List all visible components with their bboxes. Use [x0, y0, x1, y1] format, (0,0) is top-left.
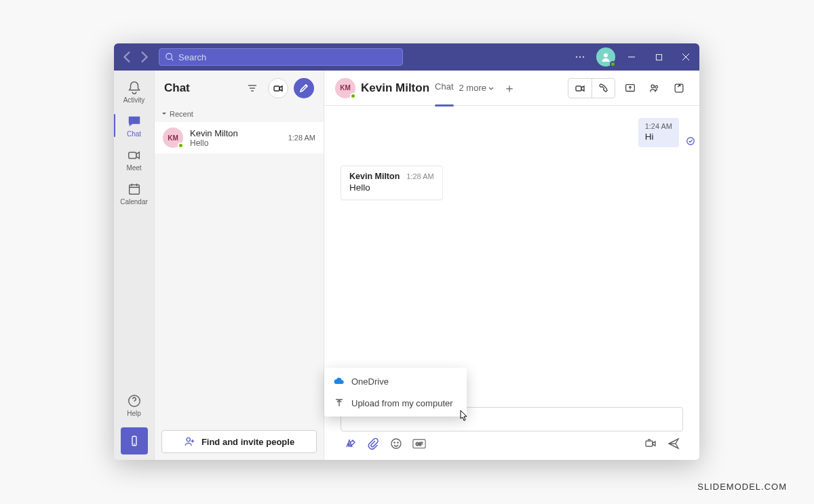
chat-item-preview: Hello: [190, 138, 282, 148]
search-input[interactable]: Search: [159, 48, 403, 66]
svg-point-1: [576, 56, 577, 58]
avatar-initials: KM: [340, 84, 351, 92]
rail-label: Help: [127, 410, 141, 417]
svg-point-11: [187, 438, 190, 441]
window-close-button[interactable]: [672, 43, 699, 71]
attach-button[interactable]: [366, 437, 380, 450]
pop-out-button[interactable]: [670, 79, 689, 98]
stream-button[interactable]: [644, 437, 657, 450]
rail-help[interactable]: Help: [114, 388, 155, 422]
invite-button-label: Find and invite people: [201, 437, 294, 447]
chat-list-item[interactable]: KM Kevin Milton Hello 1:28 AM: [155, 122, 324, 153]
attach-upload-item[interactable]: Upload from my computer: [324, 392, 467, 414]
avatar: KM: [163, 128, 183, 148]
message-incoming[interactable]: Kevin Milton 1:28 AM Hello: [341, 166, 443, 200]
svg-point-18: [391, 439, 401, 448]
format-button[interactable]: [343, 437, 357, 450]
chat-item-name: Kevin Milton: [190, 128, 282, 138]
title-bar: Search: [114, 43, 699, 71]
recent-header-label: Recent: [170, 110, 193, 118]
conversation-pane: KM Kevin Milton Chat 2 more ＋: [324, 71, 699, 460]
window-minimize-button[interactable]: [618, 43, 645, 71]
message-text: Hello: [349, 182, 434, 193]
rail-label: Calendar: [120, 198, 148, 206]
more-options-button[interactable]: [566, 43, 594, 71]
new-chat-button[interactable]: [294, 78, 314, 98]
svg-point-14: [651, 85, 655, 88]
gif-button[interactable]: GIF: [412, 437, 426, 450]
rail-chat[interactable]: Chat: [114, 109, 155, 142]
message-outgoing[interactable]: 1:24 AM Hi: [638, 118, 679, 147]
attach-onedrive-item[interactable]: OneDrive: [324, 370, 467, 392]
attach-menu: OneDrive Upload from my computer: [324, 368, 467, 416]
svg-point-20: [398, 442, 398, 443]
add-tab-button[interactable]: ＋: [500, 79, 519, 98]
send-button[interactable]: [667, 437, 680, 450]
svg-rect-23: [646, 441, 653, 446]
nav-back-button[interactable]: [119, 49, 136, 65]
user-avatar[interactable]: [596, 47, 615, 66]
avatar: KM: [335, 78, 355, 98]
svg-point-19: [394, 442, 395, 443]
rail-meet[interactable]: Meet: [114, 142, 155, 176]
watermark: SLIDEMODEL.COM: [697, 482, 787, 492]
video-call-button[interactable]: [568, 79, 592, 98]
tab-chat[interactable]: Chat: [435, 81, 453, 94]
svg-rect-7: [129, 185, 139, 194]
rail-activity[interactable]: Activity: [114, 75, 155, 109]
composer-toolbar: GIF: [341, 431, 683, 450]
call-controls: [568, 78, 615, 98]
svg-rect-10: [274, 86, 279, 91]
avatar-initials: KM: [168, 134, 178, 142]
search-placeholder: Search: [178, 52, 206, 62]
more-tabs-button[interactable]: 2 more: [459, 83, 495, 93]
messages-area: 1:24 AM Hi Kevin Milton 1:28 AM Hello: [324, 106, 699, 407]
svg-point-2: [579, 56, 581, 58]
conversation-title: Kevin Milton: [361, 81, 429, 95]
chat-list-title: Chat: [164, 81, 237, 95]
app-rail: Activity Chat Meet Calendar Help: [114, 71, 155, 460]
recent-header[interactable]: Recent: [155, 106, 324, 122]
more-tabs-label: 2 more: [459, 83, 486, 93]
app-window: Search Activity Chat: [114, 43, 699, 460]
rail-label: Chat: [127, 130, 141, 138]
rail-calendar[interactable]: Calendar: [114, 176, 155, 210]
svg-point-3: [583, 56, 584, 58]
upload-icon: [334, 398, 345, 408]
svg-point-0: [166, 54, 172, 60]
read-receipt-icon: [686, 136, 695, 149]
cloud-icon: [334, 376, 345, 387]
emoji-button[interactable]: [389, 437, 403, 450]
rail-label: Meet: [126, 164, 141, 172]
rail-download-app[interactable]: [121, 427, 148, 454]
presence-available-icon: [610, 61, 616, 67]
message-time: 1:24 AM: [645, 122, 672, 130]
attach-item-label: OneDrive: [351, 376, 389, 387]
presence-available-icon: [350, 93, 356, 99]
message-text: Hi: [645, 132, 672, 142]
add-people-button[interactable]: [645, 79, 664, 98]
window-maximize-button[interactable]: [645, 43, 672, 71]
svg-rect-5: [656, 54, 661, 60]
meet-now-button[interactable]: [268, 78, 288, 98]
message-time: 1:28 AM: [406, 172, 433, 180]
conversation-header: KM Kevin Milton Chat 2 more ＋: [324, 71, 699, 106]
audio-call-button[interactable]: [592, 79, 615, 98]
rail-label: Activity: [123, 96, 145, 104]
attach-item-label: Upload from my computer: [351, 398, 453, 408]
svg-rect-12: [576, 86, 581, 91]
filter-button[interactable]: [242, 78, 263, 98]
chat-item-time: 1:28 AM: [288, 134, 315, 142]
chat-list-pane: Chat Recent KM: [155, 71, 324, 460]
svg-rect-6: [128, 152, 136, 158]
message-sender: Kevin Milton: [349, 172, 400, 181]
svg-text:GIF: GIF: [416, 442, 423, 446]
share-screen-button[interactable]: [621, 79, 640, 98]
nav-forward-button[interactable]: [136, 49, 152, 65]
svg-point-4: [604, 54, 608, 58]
invite-people-button[interactable]: Find and invite people: [161, 430, 317, 453]
presence-available-icon: [178, 142, 184, 149]
svg-point-15: [655, 85, 658, 88]
